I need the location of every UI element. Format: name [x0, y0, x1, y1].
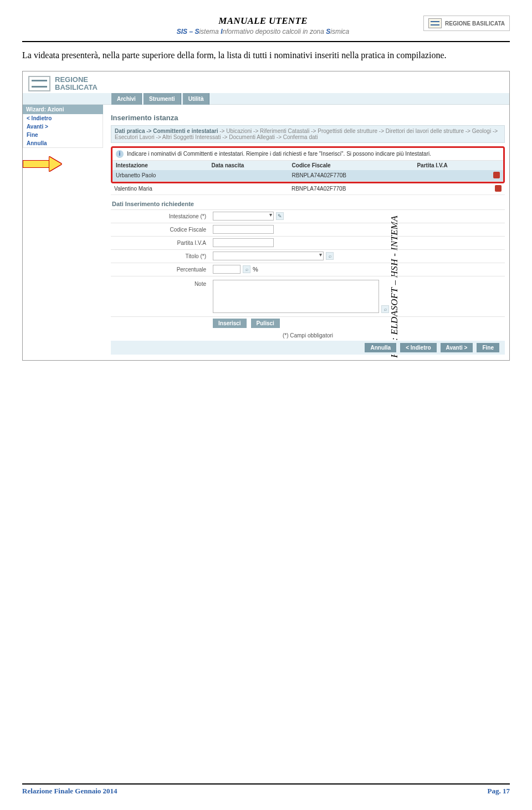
- col-partita-iva: Partita I.V.A: [413, 161, 490, 170]
- tab-archivi[interactable]: Archivi: [111, 93, 142, 105]
- lookup-icon[interactable]: ⌕: [326, 252, 334, 260]
- insert-form: Intestazione (*) ✎ Codice Fiscale Partit…: [111, 209, 505, 341]
- piva-input[interactable]: [213, 238, 274, 247]
- form-section-header: Dati Inserimento richiedente: [112, 201, 505, 207]
- page-footer: Relazione Finale Gennaio 2014 Pag. 17: [22, 783, 510, 796]
- doc-subtitle: SIS – Sistema Informativo deposito calco…: [103, 28, 423, 35]
- delete-row-icon[interactable]: [495, 185, 502, 192]
- label-percentuale: Percentuale: [111, 264, 211, 275]
- expand-icon[interactable]: ⌕: [381, 305, 389, 313]
- percentuale-input[interactable]: [213, 265, 241, 274]
- note-textarea[interactable]: [213, 280, 379, 313]
- app-brand: REGIONE BASILICATA: [55, 76, 98, 92]
- col-data-nascita: Data nascita: [208, 161, 288, 170]
- app-screenshot: REGIONE BASILICATA Archivi Strumenti Uti…: [22, 71, 510, 361]
- highlighted-region: i Indicare i nominativi di Committenti e…: [111, 146, 505, 183]
- delete-row-icon[interactable]: [493, 172, 500, 178]
- label-cf: Codice Fiscale: [111, 224, 211, 235]
- sidebar-cancel[interactable]: Annulla: [23, 139, 103, 147]
- sidebar-back[interactable]: < Indietro: [23, 114, 103, 122]
- edit-icon[interactable]: ✎: [276, 212, 284, 220]
- footer-left: Relazione Finale Gennaio 2014: [22, 787, 117, 796]
- top-tabs: Archivi Strumenti Utilità: [23, 93, 509, 105]
- regione-basilicata-logo: REGIONE BASILICATA: [423, 16, 510, 31]
- breadcrumb: Dati pratica -> Committenti e intestatar…: [111, 125, 505, 143]
- footer-divider: [22, 783, 510, 785]
- wizard-bottom-bar: Annulla < Indietro Avanti > Fine: [111, 341, 505, 355]
- doc-header: MANUALE UTENTE SIS – Sistema Informativo…: [22, 16, 510, 35]
- info-message: i Indicare i nominativi di Committenti e…: [112, 148, 503, 161]
- flag-icon: [428, 18, 442, 28]
- bottom-next-button[interactable]: Avanti >: [441, 343, 473, 352]
- tab-strumenti[interactable]: Strumenti: [144, 93, 181, 105]
- footer-right: Pag. 17: [488, 787, 510, 796]
- sidebar-header: Wizard: Azioni: [23, 105, 103, 114]
- bottom-annulla-button[interactable]: Annulla: [365, 343, 396, 352]
- wizard-sidebar: Wizard: Azioni < Indietro Avanti > Fine …: [23, 105, 103, 360]
- cf-input[interactable]: [213, 225, 274, 234]
- required-hint: (*) Campi obbligatori: [111, 330, 505, 341]
- table-row[interactable]: Valentino Maria RBNPLA74A02F770B: [111, 183, 505, 195]
- titolo-select[interactable]: [213, 252, 324, 260]
- info-icon: i: [116, 150, 124, 158]
- col-codice-fiscale: Codice Fiscale: [289, 161, 414, 170]
- label-note: Note: [111, 279, 211, 289]
- app-logo-icon: [28, 76, 50, 91]
- doc-title: MANUALE UTENTE: [103, 16, 423, 27]
- sidebar-next[interactable]: Avanti >: [23, 122, 103, 131]
- body-paragraph: La videata presenterà, nella parte super…: [22, 49, 510, 62]
- bottom-fine-button[interactable]: Fine: [477, 343, 499, 352]
- inserisci-button[interactable]: Inserisci: [213, 319, 247, 328]
- tab-utilita[interactable]: Utilità: [183, 93, 210, 105]
- pulisci-button[interactable]: Pulisci: [251, 319, 280, 328]
- calc-icon[interactable]: ⌕: [243, 265, 250, 273]
- label-intestazione: Intestazione (*): [111, 211, 211, 222]
- header-divider: [22, 41, 510, 42]
- sidebar-end[interactable]: Fine: [23, 131, 103, 139]
- table-row[interactable]: Urbanetto Paolo RBNPLA74A02F770B: [112, 170, 503, 182]
- intestazione-select[interactable]: [213, 212, 274, 221]
- label-piva: Partita I.V.A: [111, 238, 211, 248]
- label-titolo: Titolo (*): [111, 251, 211, 262]
- page-title: Inserimento istanza: [111, 114, 505, 122]
- nominativi-table: Intestazione Data nascita Codice Fiscale…: [112, 161, 503, 182]
- bottom-back-button[interactable]: < Indietro: [400, 343, 436, 352]
- col-intestazione: Intestazione: [112, 161, 208, 170]
